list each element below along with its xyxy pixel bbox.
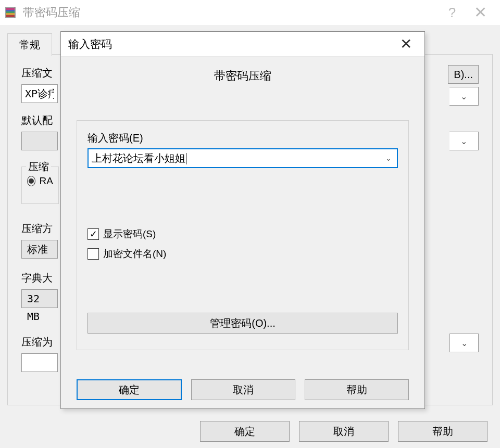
svg-rect-2 — [6, 11, 15, 13]
archive-name-input[interactable] — [21, 84, 58, 103]
tab-general[interactable]: 常规 — [7, 33, 52, 56]
svg-rect-3 — [6, 13, 15, 15]
chevron-down-icon[interactable]: ⌄ — [383, 154, 394, 162]
svg-rect-0 — [6, 8, 15, 10]
chevron-down-icon: ⌄ — [461, 338, 468, 348]
browse-button[interactable]: B)... — [448, 65, 479, 84]
modal-close-icon[interactable]: ✕ — [394, 37, 417, 52]
modal-heading: 带密码压缩 — [77, 68, 409, 84]
modal-help-button[interactable]: 帮助 — [305, 379, 409, 400]
modal-body: 带密码压缩 输入密码(E) 上村花论坛看小姐姐 ⌄ ✓ 显示密码(S) 加密文件… — [61, 57, 424, 373]
checkbox-icon — [88, 248, 99, 260]
modal-ok-button[interactable]: 确定 — [77, 379, 182, 400]
ok-button[interactable]: 确定 — [200, 421, 290, 442]
help-button[interactable]: 帮助 — [398, 421, 488, 442]
modal-button-bar: 确定 取消 帮助 — [61, 373, 424, 409]
split-input[interactable] — [21, 353, 58, 372]
format-group-label: 压缩 — [26, 160, 51, 174]
split-unit-combo[interactable]: ⌄ — [449, 334, 479, 352]
parent-button-bar: 确定 取消 帮助 — [0, 421, 500, 442]
password-input[interactable]: 上村花论坛看小姐姐 ⌄ — [88, 148, 398, 168]
modal-titlebar: 输入密码 ✕ — [61, 32, 424, 57]
dict-combo[interactable]: 32 MB — [21, 289, 58, 308]
format-rar-radio[interactable]: RA — [27, 173, 53, 189]
svg-rect-1 — [6, 10, 15, 11]
modal-cancel-button[interactable]: 取消 — [191, 379, 295, 400]
modal-title: 输入密码 — [68, 37, 394, 52]
password-dialog: 输入密码 ✕ 带密码压缩 输入密码(E) 上村花论坛看小姐姐 ⌄ ✓ 显示密码(… — [60, 31, 425, 409]
encrypt-filenames-checkbox[interactable]: 加密文件名(N) — [88, 247, 398, 261]
chevron-down-icon: ⌄ — [460, 136, 467, 146]
svg-rect-4 — [6, 15, 15, 17]
close-icon[interactable]: ✕ — [465, 5, 496, 20]
chevron-down-icon: ⌄ — [460, 92, 467, 101]
checkbox-icon: ✓ — [88, 228, 99, 240]
password-label: 输入密码(E) — [88, 131, 398, 145]
manage-passwords-button[interactable]: 管理密码(O)... — [88, 313, 398, 334]
update-mode-combo[interactable]: ⌄ — [449, 87, 479, 106]
cancel-button[interactable]: 取消 — [299, 421, 389, 442]
format-group: 压缩 RA — [21, 167, 59, 204]
profile-dropdown[interactable]: ⌄ — [449, 132, 479, 150]
password-group: 输入密码(E) 上村花论坛看小姐姐 ⌄ ✓ 显示密码(S) 加密文件名(N) 管… — [77, 120, 409, 350]
method-combo[interactable]: 标准 — [21, 240, 58, 259]
help-icon[interactable]: ? — [440, 5, 465, 21]
parent-title: 带密码压缩 — [23, 5, 440, 20]
winrar-icon — [4, 6, 17, 19]
radio-icon — [27, 176, 35, 186]
profile-combo[interactable] — [21, 132, 58, 150]
parent-titlebar: 带密码压缩 ? ✕ — [0, 0, 500, 25]
show-password-checkbox[interactable]: ✓ 显示密码(S) — [88, 227, 398, 241]
